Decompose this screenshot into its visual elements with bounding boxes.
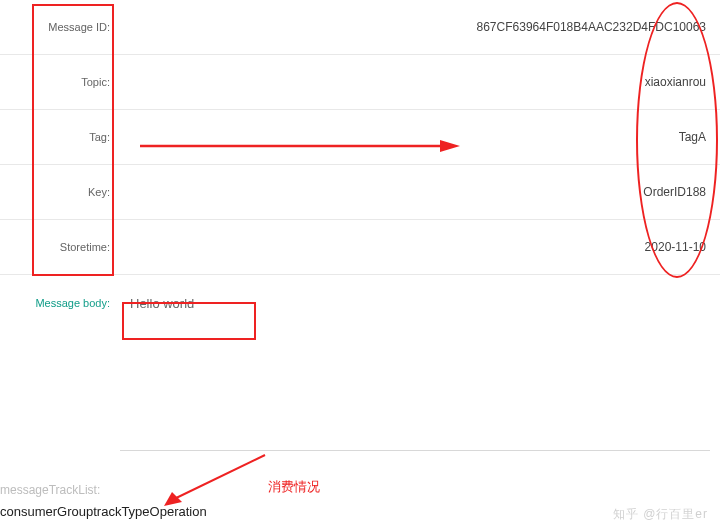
label-tag: Tag: (0, 131, 116, 143)
value-tag: TagA (116, 130, 720, 144)
col-track-type: trackType (93, 504, 149, 519)
label-topic: Topic: (0, 76, 116, 88)
label-key: Key: (0, 186, 116, 198)
value-storetime: 2020-11-10 (116, 240, 720, 254)
value-message-id: 867CF63964F018B4AAC232D4FDC10063 (116, 20, 720, 34)
row-tag: Tag: TagA (0, 110, 720, 165)
col-consumer-group: consumerGroup (0, 504, 93, 519)
label-message-body: Message body: (0, 297, 120, 309)
annotation-consume-label: 消费情况 (268, 478, 320, 496)
label-message-id: Message ID: (0, 21, 116, 33)
row-storetime: Storetime: 2020-11-10 (0, 220, 720, 275)
value-message-body: Hello world (120, 288, 234, 319)
svg-line-2 (172, 455, 265, 500)
col-operation: Operation (150, 504, 207, 519)
row-message-body: Message body: Hello world (0, 275, 720, 331)
track-header-row: consumerGroup trackType Operation (0, 504, 207, 519)
watermark: 知乎 @行百里er (613, 506, 708, 523)
annotation-arrow-consume (160, 450, 270, 510)
value-topic: xiaoxianrou (116, 75, 720, 89)
label-message-track-list: messageTrackList: (0, 483, 100, 497)
label-storetime: Storetime: (0, 241, 116, 253)
value-key: OrderID188 (116, 185, 720, 199)
row-topic: Topic: xiaoxianrou (0, 55, 720, 110)
divider (120, 450, 710, 451)
row-message-id: Message ID: 867CF63964F018B4AAC232D4FDC1… (0, 0, 720, 55)
row-key: Key: OrderID188 (0, 165, 720, 220)
